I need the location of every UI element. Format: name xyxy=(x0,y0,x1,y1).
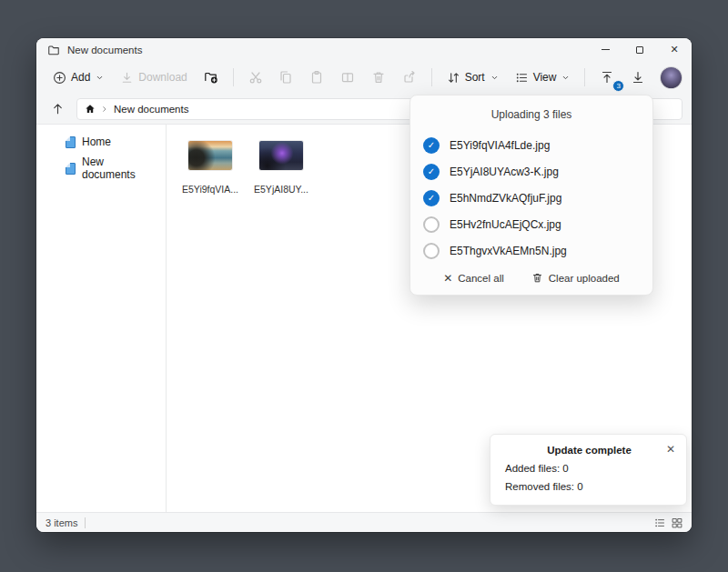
added-files-text: Added files: 0 xyxy=(505,463,673,474)
download-status-button[interactable] xyxy=(623,65,652,90)
uploaded-check-icon: ✓ xyxy=(423,190,440,206)
upload-progress-popup: Uploading 3 files ✓ E5Yi9fqVIA4fLde.jpg … xyxy=(410,95,653,296)
sidebar-item-label: Home xyxy=(82,135,111,148)
cut-icon xyxy=(248,70,263,85)
sort-icon xyxy=(447,71,460,85)
delete-button[interactable] xyxy=(364,65,393,90)
status-divider xyxy=(85,517,86,528)
toast-title: Update complete xyxy=(505,445,673,456)
sidebar-item-label: New documents xyxy=(82,156,160,181)
folder-icon xyxy=(47,44,60,56)
close-icon: ✕ xyxy=(666,443,675,456)
download-button[interactable]: Download xyxy=(113,66,194,89)
sort-button[interactable]: Sort xyxy=(440,66,506,89)
document-icon xyxy=(66,163,76,175)
download-icon xyxy=(120,71,134,85)
sidebar-item-new-documents[interactable]: New documents xyxy=(36,152,166,185)
upload-file-row: ✓ E5hNmdZVkAQfjuF.jpg xyxy=(410,185,652,211)
sidebar-item-home[interactable]: Home xyxy=(36,132,166,152)
status-bar: 3 items xyxy=(36,512,692,532)
new-folder-icon xyxy=(204,70,218,85)
uploaded-check-icon: ✓ xyxy=(423,137,440,154)
rename-button[interactable] xyxy=(333,65,362,90)
upload-popup-title: Uploading 3 files xyxy=(410,95,652,121)
list-view-icon[interactable] xyxy=(654,517,665,528)
clear-uploaded-button[interactable]: Clear uploaded xyxy=(531,272,620,284)
close-icon: ✕ xyxy=(670,44,678,55)
upload-file-name: E5YjAI8UYAcw3-K.jpg xyxy=(450,166,559,178)
navigate-up-button[interactable] xyxy=(46,98,69,120)
sort-label: Sort xyxy=(465,71,485,84)
removed-files-text: Removed files: 0 xyxy=(505,481,673,492)
home-icon xyxy=(85,104,96,115)
share-button[interactable] xyxy=(395,65,424,90)
maximize-button[interactable] xyxy=(622,38,657,61)
uploaded-check-icon: ✓ xyxy=(423,164,440,180)
sidebar: Home New documents xyxy=(36,125,167,512)
chevron-down-icon xyxy=(490,74,499,82)
view-label: View xyxy=(533,71,557,84)
download-tray-icon xyxy=(631,70,645,85)
file-name: E5Yi9fqVIA... xyxy=(182,184,238,195)
close-button[interactable]: ✕ xyxy=(657,38,692,61)
toolbar-divider xyxy=(233,68,234,86)
close-icon: ✕ xyxy=(443,273,452,284)
grid-view-icon[interactable] xyxy=(672,517,682,528)
pending-circle-icon xyxy=(423,243,440,259)
window-controls: ✕ xyxy=(588,38,692,61)
upload-file-list: ✓ E5Yi9fqVIA4fLde.jpg ✓ E5YjAI8UYAcw3-K.… xyxy=(410,132,652,264)
file-tile[interactable]: E5Yi9fqVIA... xyxy=(181,141,239,195)
toolbar-divider xyxy=(584,68,585,86)
trash-icon xyxy=(531,272,543,284)
minimize-icon xyxy=(602,49,610,50)
breadcrumb-location[interactable]: New documents xyxy=(114,104,188,115)
upload-file-name: E5Hv2fnUcAEjQCx.jpg xyxy=(450,218,561,231)
add-label: Add xyxy=(71,71,90,84)
document-icon xyxy=(66,136,76,148)
desktop: { "titlebar": { "title": "New documents"… xyxy=(0,0,728,572)
image-thumbnail xyxy=(188,141,232,170)
view-icon xyxy=(515,71,529,85)
items-count: 3 items xyxy=(46,517,77,528)
toast-close-button[interactable]: ✕ xyxy=(666,443,675,456)
download-label: Download xyxy=(138,71,187,84)
new-folder-button[interactable] xyxy=(197,65,226,90)
minimize-button[interactable] xyxy=(588,38,622,61)
file-tile[interactable]: E5YjAI8UY... xyxy=(252,141,310,195)
upload-file-row: E5Hv2fnUcAEjQCx.jpg xyxy=(410,211,652,237)
cancel-all-label: Cancel all xyxy=(458,273,504,284)
toolbar: Add Download xyxy=(36,61,692,94)
paste-button[interactable] xyxy=(302,65,331,90)
delete-icon xyxy=(371,70,386,85)
toolbar-divider xyxy=(431,68,432,86)
upload-file-name: E5ThgvxVkAEMn5N.jpg xyxy=(450,245,567,257)
chevron-down-icon xyxy=(561,74,570,82)
file-name: E5YjAI8UY... xyxy=(254,184,308,195)
image-thumbnail xyxy=(259,141,303,170)
add-button[interactable]: Add xyxy=(46,66,111,89)
maximize-icon xyxy=(636,46,643,54)
chevron-down-icon xyxy=(96,74,104,82)
copy-icon xyxy=(278,70,293,85)
user-avatar[interactable] xyxy=(660,66,682,89)
upload-status-button[interactable]: 3 xyxy=(592,65,622,90)
pending-circle-icon xyxy=(423,216,440,233)
upload-file-row: ✓ E5Yi9fqVIA4fLde.jpg xyxy=(410,132,652,158)
upload-file-name: E5hNmdZVkAQfjuF.jpg xyxy=(450,192,561,205)
view-button[interactable]: View xyxy=(508,66,578,89)
clear-uploaded-label: Clear uploaded xyxy=(549,273,620,284)
arrow-up-icon xyxy=(51,102,65,115)
upload-file-row: ✓ E5YjAI8UYAcw3-K.jpg xyxy=(410,158,652,185)
cut-button[interactable] xyxy=(241,65,270,90)
rename-icon xyxy=(340,70,355,85)
update-complete-toast: Update complete ✕ Added files: 0 Removed… xyxy=(490,434,687,506)
copy-button[interactable] xyxy=(271,65,300,90)
add-icon xyxy=(53,71,66,85)
titlebar: New documents ✕ xyxy=(36,38,692,61)
share-icon xyxy=(402,70,417,85)
upload-count-badge: 3 xyxy=(612,80,624,92)
cancel-all-button[interactable]: ✕ Cancel all xyxy=(443,272,504,284)
paste-icon xyxy=(309,70,324,85)
window-title: New documents xyxy=(67,45,142,55)
upload-file-name: E5Yi9fqVIA4fLde.jpg xyxy=(450,139,550,152)
